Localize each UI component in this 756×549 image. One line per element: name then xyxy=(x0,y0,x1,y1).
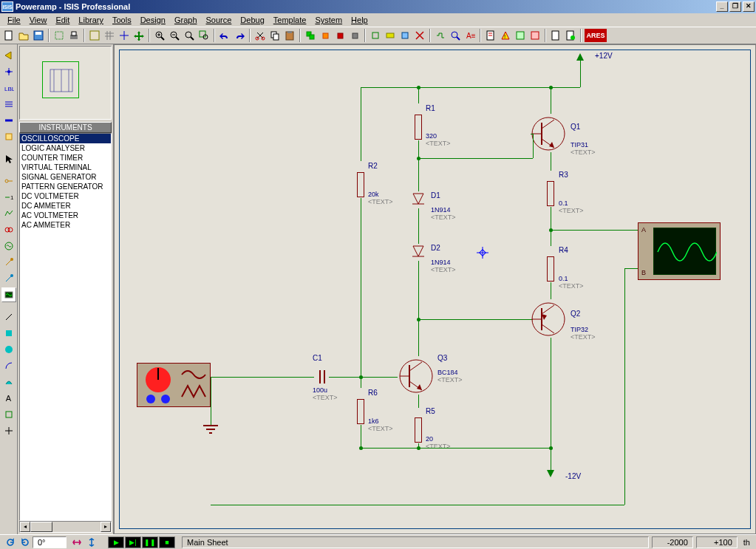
oscilloscope[interactable]: A B xyxy=(638,222,721,280)
origin-icon[interactable] xyxy=(117,28,132,43)
r3-body[interactable] xyxy=(547,181,554,206)
menu-library[interactable]: Library xyxy=(74,15,108,25)
signal-generator[interactable] xyxy=(137,363,211,407)
property-assign-icon[interactable]: A≡ xyxy=(463,28,477,43)
menu-template[interactable]: Template xyxy=(269,15,311,25)
d2-body[interactable] xyxy=(411,244,426,262)
q1-body[interactable] xyxy=(528,114,569,154)
probe-i-icon[interactable] xyxy=(1,271,16,286)
erc-icon[interactable]: ! xyxy=(498,28,513,43)
list-item[interactable]: AC VOLTMETER xyxy=(20,211,111,220)
circle-2d-icon[interactable] xyxy=(1,342,16,357)
sim-play-button[interactable]: ▶ xyxy=(108,536,124,548)
grid-icon[interactable] xyxy=(102,28,117,43)
report-icon[interactable] xyxy=(548,28,563,43)
block-delete-icon[interactable] xyxy=(347,28,362,43)
menu-view[interactable]: View xyxy=(25,15,52,25)
instrument-list[interactable]: OSCILLOSCOPE LOGIC ANALYSER COUNTER TIME… xyxy=(19,133,112,521)
zoom-out-icon[interactable] xyxy=(167,28,182,43)
q2-body[interactable] xyxy=(528,299,569,340)
restore-button[interactable]: ❐ xyxy=(729,1,741,12)
undo-icon[interactable] xyxy=(217,28,232,43)
report2-icon[interactable] xyxy=(563,28,578,43)
decompose-icon[interactable] xyxy=(412,28,427,43)
netlist-ares-icon[interactable] xyxy=(528,28,542,43)
wire-autoroute-icon[interactable] xyxy=(433,28,448,43)
list-item[interactable]: OSCILLOSCOPE xyxy=(20,134,111,143)
path-2d-icon[interactable] xyxy=(1,375,16,389)
scroll-thumb[interactable] xyxy=(30,522,52,532)
print-area-icon[interactable] xyxy=(52,28,67,43)
box-2d-icon[interactable] xyxy=(1,326,16,341)
list-item[interactable]: PATTERN GENERATOR xyxy=(20,182,111,191)
arc-2d-icon[interactable] xyxy=(1,358,16,373)
zoom-all-icon[interactable] xyxy=(182,28,197,43)
terminal-mode-icon[interactable] xyxy=(1,174,16,188)
menu-help[interactable]: Help xyxy=(347,15,372,25)
menu-graph[interactable]: Graph xyxy=(170,15,202,25)
list-item[interactable]: DC VOLTMETER xyxy=(20,191,111,201)
redo-icon[interactable] xyxy=(232,28,247,43)
menu-edit[interactable]: Edit xyxy=(51,15,74,25)
make-device-icon[interactable] xyxy=(383,28,398,43)
text-2d-icon[interactable]: A xyxy=(1,391,16,406)
rotate-cw-icon[interactable] xyxy=(18,535,33,550)
list-scrollbar[interactable]: ◂ ▸ xyxy=(19,521,112,533)
search-icon[interactable] xyxy=(448,28,463,43)
r5-body[interactable] xyxy=(415,417,422,443)
d1-body[interactable] xyxy=(411,191,426,209)
r2-body[interactable] xyxy=(357,172,364,197)
tape-mode-icon[interactable] xyxy=(1,222,16,237)
list-item[interactable]: COUNTER TIMER xyxy=(20,153,111,163)
marker-2d-icon[interactable] xyxy=(1,423,16,438)
probe-v-icon[interactable] xyxy=(1,255,16,270)
graph-mode-icon[interactable] xyxy=(1,206,16,221)
r1-body[interactable] xyxy=(415,115,422,140)
instrument-mode-icon[interactable] xyxy=(1,287,16,302)
open-icon[interactable] xyxy=(16,28,31,43)
menu-debug[interactable]: Debug xyxy=(236,15,268,25)
list-item[interactable]: LOGIC ANALYSER xyxy=(20,143,111,153)
overview-window[interactable] xyxy=(19,46,112,120)
sim-pause-button[interactable]: ❚❚ xyxy=(142,536,158,548)
pin-mode-icon[interactable]: 1 xyxy=(1,190,16,205)
line-2d-icon[interactable] xyxy=(1,310,16,324)
list-item[interactable]: VIRTUAL TERMINAL xyxy=(20,163,111,172)
block-copy-icon[interactable] xyxy=(303,28,318,43)
sim-stop-button[interactable]: ■ xyxy=(159,536,175,548)
bom-icon[interactable] xyxy=(483,28,498,43)
ares-button[interactable]: ARES xyxy=(584,28,607,43)
minimize-button[interactable]: _ xyxy=(716,1,728,12)
zoom-area-icon[interactable] xyxy=(197,28,211,43)
block-move-icon[interactable] xyxy=(318,28,333,43)
sim-step-button[interactable]: ▶| xyxy=(125,536,141,548)
r6-body[interactable] xyxy=(357,399,364,424)
package-icon[interactable] xyxy=(398,28,412,43)
print-icon[interactable] xyxy=(67,28,81,43)
menu-file[interactable]: File xyxy=(3,15,25,25)
rotation-field[interactable]: 0° xyxy=(33,536,67,548)
new-icon[interactable] xyxy=(1,28,16,43)
symbol-2d-icon[interactable] xyxy=(1,407,16,422)
scroll-right-icon[interactable]: ▸ xyxy=(101,522,111,532)
schematic-canvas[interactable]: +12V R2 20k <TEXT> R1 320 <TEXT> D1 1N91… xyxy=(114,44,756,534)
junction-mode-icon[interactable] xyxy=(1,64,16,79)
pick-icon[interactable] xyxy=(368,28,383,43)
list-item[interactable]: AC AMMETER xyxy=(20,220,111,230)
mirror-h-icon[interactable] xyxy=(69,535,84,550)
c1-body[interactable] xyxy=(314,369,330,385)
menu-tools[interactable]: Tools xyxy=(108,15,136,25)
menu-design[interactable]: Design xyxy=(136,15,170,25)
paste-icon[interactable] xyxy=(282,28,297,43)
list-item[interactable]: DC AMMETER xyxy=(20,201,111,211)
generator-mode-icon[interactable] xyxy=(1,239,16,253)
zoom-in-icon[interactable] xyxy=(152,28,167,43)
component-mode-icon[interactable] xyxy=(1,48,16,63)
refresh-icon[interactable] xyxy=(87,28,102,43)
label-mode-icon[interactable]: LBL xyxy=(1,81,16,95)
rotate-ccw-icon[interactable] xyxy=(3,535,18,550)
script-mode-icon[interactable] xyxy=(1,97,16,112)
block-rotate-icon[interactable] xyxy=(333,28,347,43)
bus-mode-icon[interactable] xyxy=(1,113,16,128)
list-item[interactable]: SIGNAL GENERATOR xyxy=(20,172,111,182)
